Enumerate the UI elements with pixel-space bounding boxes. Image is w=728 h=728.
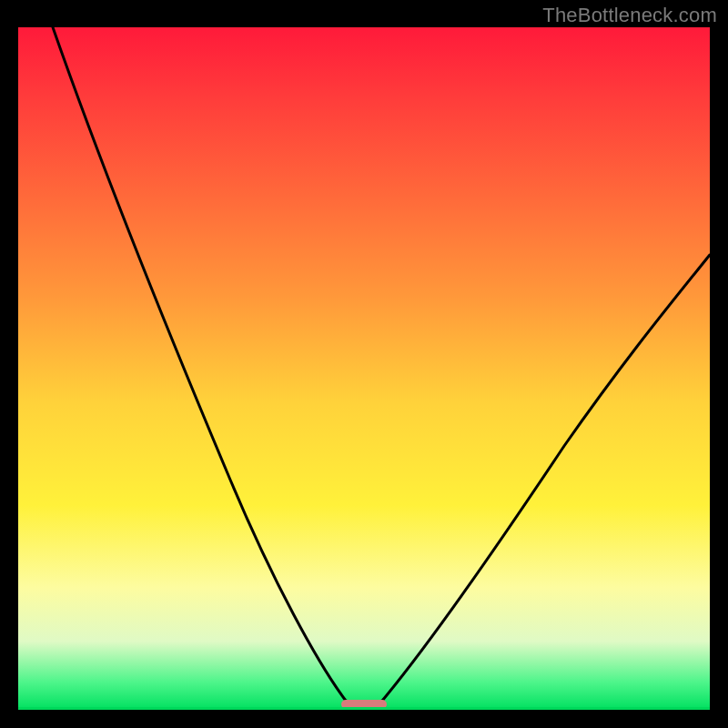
baseline [18, 707, 710, 710]
chart-frame: TheBottleneck.com [0, 0, 728, 728]
curve-svg [18, 27, 710, 710]
watermark-label: TheBottleneck.com [542, 4, 717, 27]
bottleneck-curve-right [364, 255, 710, 708]
plot-area [18, 27, 710, 710]
bottleneck-curve-left [53, 27, 364, 708]
